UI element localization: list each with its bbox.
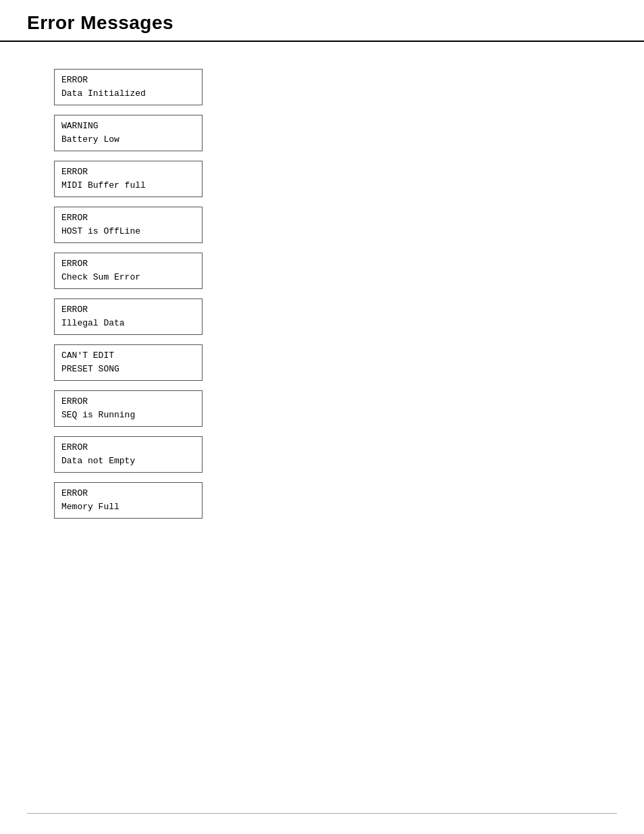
error-box: ERRORIllegal Data [54, 298, 203, 335]
error-line2: PRESET SONG [61, 363, 195, 376]
error-line2: MIDI Buffer full [61, 179, 195, 192]
content-area: ERRORData InitializedWARNINGBattery LowE… [0, 42, 644, 546]
error-box: ERRORCheck Sum Error [54, 253, 203, 289]
error-line1: ERROR [61, 303, 195, 317]
error-line2: Data not Empty [61, 454, 195, 468]
error-line2: Check Sum Error [61, 271, 195, 284]
error-box: ERRORMIDI Buffer full [54, 161, 203, 197]
error-line2: Battery Low [61, 133, 195, 147]
error-line1: CAN'T EDIT [61, 349, 195, 363]
error-line1: ERROR [61, 74, 195, 87]
error-line2: Memory Full [61, 500, 195, 514]
error-line1: ERROR [61, 257, 195, 271]
error-line1: ERROR [61, 487, 195, 500]
error-box: ERRORSEQ is Running [54, 390, 203, 427]
error-messages-list: ERRORData InitializedWARNINGBattery LowE… [54, 69, 617, 519]
error-box: ERRORHOST is OffLine [54, 207, 203, 243]
page-title: Error Messages [27, 12, 617, 34]
error-line1: ERROR [61, 211, 195, 225]
error-line2: Data Initialized [61, 87, 195, 101]
error-line2: SEQ is Running [61, 409, 195, 422]
error-line1: ERROR [61, 441, 195, 454]
footer-line [27, 813, 617, 814]
error-line2: HOST is OffLine [61, 225, 195, 238]
error-line1: ERROR [61, 395, 195, 409]
error-line2: Illegal Data [61, 317, 195, 330]
error-box: WARNINGBattery Low [54, 115, 203, 151]
error-box: ERRORMemory Full [54, 482, 203, 519]
error-box: CAN'T EDITPRESET SONG [54, 344, 203, 381]
error-box: ERRORData not Empty [54, 436, 203, 473]
error-line1: WARNING [61, 120, 195, 133]
error-line1: ERROR [61, 165, 195, 179]
header-section: Error Messages [0, 0, 644, 42]
error-box: ERRORData Initialized [54, 69, 203, 105]
page-container: Error Messages ERRORData InitializedWARN… [0, 0, 644, 834]
